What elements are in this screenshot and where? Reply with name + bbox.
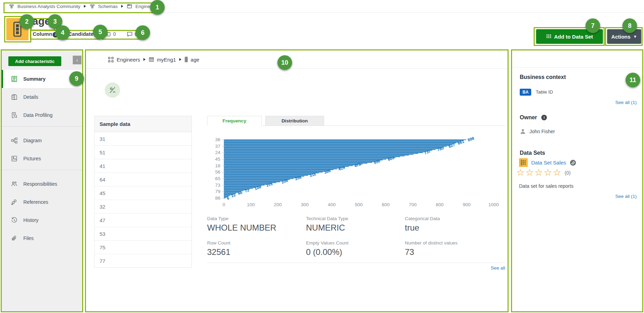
breadcrumb-item[interactable]: age [191, 57, 199, 63]
breadcrumb-item[interactable]: myEng1 [157, 57, 176, 63]
y-axis-tick-label: 45 [215, 156, 220, 162]
frequency-bar [224, 184, 268, 185]
community-icon [89, 3, 95, 9]
responsibilities-icon [11, 180, 18, 187]
see-all-business-context-link[interactable]: See all (1) [615, 100, 637, 105]
top-breadcrumb-bar: Business Analysts CommunitySchemasEngine… [0, 0, 644, 13]
frequency-bar [224, 186, 259, 187]
bar-value-label: 6 [226, 196, 230, 200]
star-icon[interactable]: ☆ [516, 168, 525, 177]
frequency-bar [224, 166, 353, 166]
breadcrumb-separator-icon [121, 5, 124, 8]
y-axis-tick-label: 86 [215, 195, 220, 201]
owner-heading-label: Owner [520, 114, 537, 120]
star-icon[interactable]: ☆ [525, 168, 534, 177]
collapse-sidebar-button[interactable]: ‹ [73, 56, 81, 64]
frequency-bar [224, 178, 297, 178]
y-axis-tick-label: 73 [215, 183, 220, 188]
sidebar-item-references[interactable]: References [2, 193, 82, 211]
sidebar-item-responsibilities[interactable]: Responsibilities [2, 175, 82, 193]
frequency-bar [224, 171, 326, 172]
sample-data-table: Sample data 31514164453247537577 [94, 116, 192, 268]
x-axis-tick-label: 800 [436, 202, 444, 207]
frequency-bar [224, 156, 405, 156]
stat-value: 32561 [207, 247, 301, 257]
stat-value: 73 [405, 247, 499, 257]
no-rule-icon[interactable] [105, 82, 120, 98]
rating-count: (0) [565, 170, 571, 176]
sample-data-header: Sample data [95, 116, 191, 132]
sidebar-item-label: History [23, 217, 39, 223]
sidebar-item-label: Summary [23, 76, 46, 82]
frequency-bar [224, 139, 466, 140]
frequency-bar [224, 187, 256, 188]
dataset-link[interactable]: Data Set Sales [531, 160, 566, 166]
frequency-bar [224, 154, 414, 155]
frequency-bar [224, 145, 449, 146]
add-characteristic-button[interactable]: Add characteristic [8, 56, 61, 66]
sidebar-item-pictures[interactable]: Pictures [2, 150, 82, 168]
frequency-bar [224, 176, 304, 177]
term-label[interactable]: Table ID [536, 89, 553, 95]
breadcrumb-item[interactable]: Business Analysts Community [17, 4, 80, 9]
bar-value-label: 108 [254, 185, 262, 191]
annotation-badge-9: 9 [69, 71, 84, 86]
frequency-bar [224, 174, 312, 175]
entity-type-label: Column [33, 31, 52, 37]
frequency-chart: 0100200300400500600700800900100036372445… [207, 134, 506, 216]
tab-distribution[interactable]: Distribution [265, 116, 324, 126]
annotation-badge-8: 8 [622, 18, 637, 33]
star-icon[interactable]: ☆ [544, 168, 553, 177]
breadcrumb-item[interactable]: Schemas [98, 4, 118, 9]
dataset-description: Data set for sales reports [519, 183, 573, 189]
pictures-icon [11, 155, 18, 162]
stat-empty-values-count: Empty Values Count0 (0.00%) [306, 240, 400, 257]
frequency-bar [224, 155, 409, 155]
sidebar-item-files[interactable]: Files [2, 229, 82, 247]
frequency-bar [224, 172, 323, 172]
bar-value-label: 550 [373, 159, 381, 165]
details-icon [11, 94, 18, 101]
frequency-bar [224, 160, 383, 160]
stat-label: Technical Data Type [306, 216, 400, 221]
stat-number-of-distinct-values: Number of distinct values73 [405, 240, 499, 257]
sidebar-item-details[interactable]: Details [2, 88, 82, 106]
references-icon [11, 199, 18, 206]
y-axis-tick-label: 65 [215, 176, 220, 181]
frequency-bar [224, 156, 400, 157]
sidebar-item-diagram[interactable]: Diagram [2, 131, 82, 150]
tab-frequency[interactable]: Frequency [207, 116, 262, 126]
stat-value: WHOLE NUMBER [207, 223, 301, 233]
dataset-icon [519, 158, 528, 167]
add-grid-icon [546, 34, 551, 39]
frequency-bar [224, 169, 333, 170]
sidebar-item-data-profiling[interactable]: Data Profiling [2, 106, 82, 124]
sample-data-row: 75 [95, 240, 191, 254]
see-all-datasets-link[interactable]: See all (1) [615, 194, 637, 199]
owner-heading: Owner i [520, 114, 547, 121]
tags-count: 0 [113, 31, 116, 37]
bar-value-label: 366 [323, 168, 331, 175]
sample-data-row: 32 [95, 200, 191, 213]
business-context-heading: Business context [520, 74, 566, 80]
frequency-bar [224, 169, 337, 169]
star-icon[interactable]: ☆ [553, 168, 562, 177]
stat-value: true [405, 223, 499, 233]
stat-value: 0 (0.00%) [306, 247, 400, 257]
x-axis-tick-label: 1000 [488, 202, 499, 207]
person-icon [520, 128, 526, 135]
sample-data-row: 47 [95, 213, 191, 227]
sidebar-item-history[interactable]: History [2, 211, 82, 229]
actions-button[interactable]: Actions ▼ [607, 29, 641, 44]
stat-data-type: Data TypeWHOLE NUMBER [207, 216, 301, 233]
star-icon[interactable]: ☆ [534, 168, 543, 177]
frequency-bar [224, 181, 283, 182]
y-axis-tick-label: 18 [215, 163, 220, 168]
term-badge[interactable]: BA [520, 89, 531, 96]
see-all-link[interactable]: See all [435, 265, 505, 271]
sample-data-row: 77 [95, 254, 191, 267]
stat-technical-data-type: Technical Data TypeNUMERIC [306, 216, 400, 233]
info-icon[interactable]: i [541, 115, 547, 120]
breadcrumb-item[interactable]: Engineers [117, 57, 140, 63]
annotation-badge-5: 5 [93, 25, 108, 39]
